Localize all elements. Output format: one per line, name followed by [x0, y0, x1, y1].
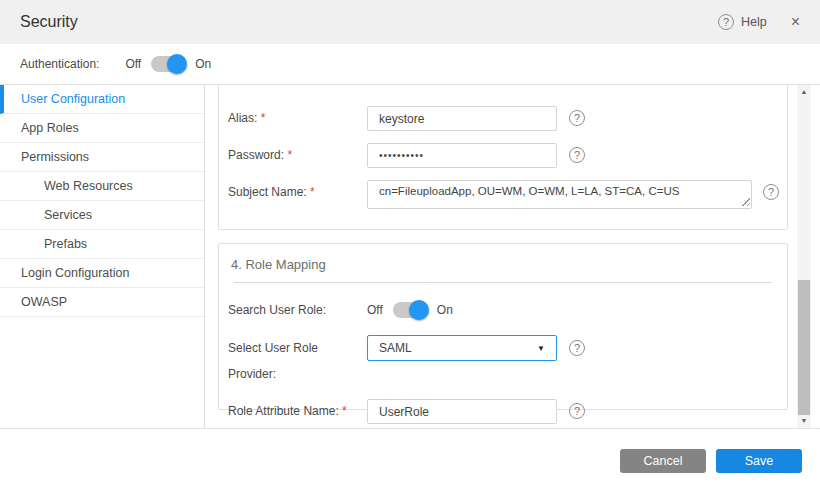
alias-input[interactable] — [367, 106, 557, 131]
authentication-toggle[interactable] — [151, 56, 185, 72]
sidebar-item-prefabs[interactable]: Prefabs — [0, 230, 204, 259]
subject-name-row: Subject Name: * cn=FileuploadApp, OU=WM,… — [219, 180, 787, 209]
certificate-panel: Alias: * ? Password: * ? Subject Name: *… — [218, 85, 788, 230]
sidebar-item-user-configuration[interactable]: User Configuration — [0, 85, 204, 114]
toggle-knob — [167, 54, 187, 74]
authentication-bar: Authentication: Off On — [0, 44, 820, 85]
password-row: Password: * ? — [219, 143, 787, 168]
sidebar-item-owasp[interactable]: OWASP — [0, 288, 204, 317]
role-mapping-title: 4. Role Mapping — [219, 244, 787, 272]
required-asterisk: * — [310, 185, 315, 199]
alias-help-icon[interactable]: ? — [569, 110, 585, 126]
security-dialog: Security ? Help × Authentication: Off On… — [0, 0, 820, 485]
scroll-down-icon[interactable]: ▼ — [797, 414, 811, 428]
password-label: Password: * — [228, 143, 367, 168]
role-attribute-input[interactable] — [367, 399, 557, 424]
header: Security ? Help × — [0, 0, 820, 44]
subject-name-help-icon[interactable]: ? — [763, 184, 779, 200]
subject-name-textarea[interactable]: cn=FileuploadApp, OU=WM, O=WM, L=LA, ST=… — [367, 180, 752, 209]
vertical-scrollbar: ▲ ▼ — [797, 85, 811, 428]
sidebar: User Configuration App Roles Permissions… — [0, 85, 205, 428]
search-user-role-label: Search User Role: — [228, 301, 367, 319]
resize-handle[interactable] — [741, 197, 750, 206]
password-help-icon[interactable]: ? — [569, 147, 585, 163]
required-asterisk: * — [287, 148, 292, 162]
role-mapping-panel: 4. Role Mapping Search User Role: Off On… — [218, 243, 788, 410]
authentication-label: Authentication: — [20, 57, 99, 71]
provider-row: Select User Role Provider: SAML ▼ ? — [219, 335, 787, 387]
chevron-down-icon: ▼ — [537, 344, 545, 353]
authentication-on-label: On — [195, 57, 211, 71]
role-attribute-help-icon[interactable]: ? — [569, 403, 585, 419]
scrollbar-thumb[interactable] — [798, 280, 810, 415]
authentication-off-label: Off — [125, 57, 141, 71]
toggle-knob — [409, 300, 429, 320]
provider-label: Select User Role Provider: — [228, 335, 367, 387]
page-title: Security — [20, 13, 78, 31]
role-attribute-label: Role Attribute Name: * — [228, 399, 367, 424]
required-asterisk: * — [342, 404, 347, 418]
sidebar-item-login-configuration[interactable]: Login Configuration — [0, 259, 204, 288]
search-user-role-off-label: Off — [367, 303, 383, 317]
user-role-provider-select[interactable]: SAML ▼ — [367, 335, 557, 361]
search-user-role-toggle[interactable] — [393, 302, 427, 318]
provider-help-icon[interactable]: ? — [569, 340, 585, 356]
main-content: Alias: * ? Password: * ? Subject Name: *… — [205, 85, 820, 428]
search-user-role-row: Search User Role: Off On — [219, 301, 787, 319]
required-asterisk: * — [261, 111, 266, 125]
search-user-role-on-label: On — [437, 303, 453, 317]
help-link[interactable]: Help — [741, 15, 767, 29]
body: User Configuration App Roles Permissions… — [0, 85, 820, 428]
help-icon[interactable]: ? — [718, 14, 734, 30]
alias-label: Alias: * — [228, 106, 367, 131]
save-button[interactable]: Save — [716, 449, 802, 473]
footer: Cancel Save — [0, 428, 820, 485]
sidebar-item-permissions[interactable]: Permissions — [0, 143, 204, 172]
sidebar-item-web-resources[interactable]: Web Resources — [0, 172, 204, 201]
scroll-up-icon[interactable]: ▲ — [797, 85, 811, 99]
sidebar-item-services[interactable]: Services — [0, 201, 204, 230]
role-attribute-row: Role Attribute Name: * ? — [219, 399, 787, 424]
subject-name-label: Subject Name: * — [228, 180, 367, 205]
cancel-button[interactable]: Cancel — [620, 449, 706, 473]
provider-selected-value: SAML — [379, 341, 412, 355]
section-divider — [234, 282, 772, 283]
close-icon[interactable]: × — [791, 14, 800, 30]
alias-row: Alias: * ? — [219, 106, 787, 131]
password-input[interactable] — [367, 143, 557, 168]
sidebar-item-app-roles[interactable]: App Roles — [0, 114, 204, 143]
